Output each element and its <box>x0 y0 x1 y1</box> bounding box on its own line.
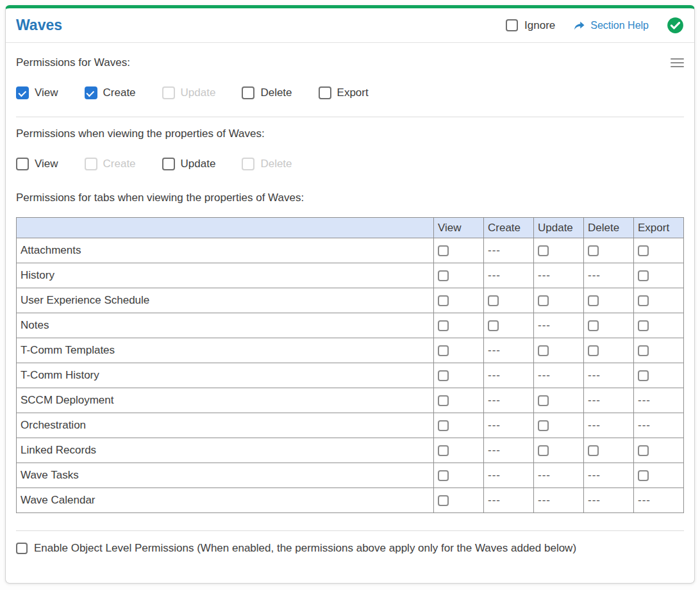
checkbox-label: Create <box>103 86 136 99</box>
permission-cell-export <box>634 463 684 488</box>
checkbox-icon[interactable] <box>538 420 549 431</box>
permission-cell-create: --- <box>484 263 534 288</box>
checkbox-icon[interactable] <box>438 395 449 406</box>
checkbox-icon[interactable] <box>438 420 449 431</box>
tab-permissions-table: ViewCreateUpdateDeleteExport Attachments… <box>16 217 684 513</box>
permission-checkbox-view[interactable]: View <box>16 86 58 99</box>
checkbox-icon[interactable] <box>242 86 254 99</box>
not-applicable-dash: --- <box>538 469 551 481</box>
checkbox-icon[interactable] <box>638 245 649 256</box>
permission-cell-update: --- <box>534 363 584 388</box>
permission-cell-export <box>634 438 684 463</box>
table-row: Linked Records--- <box>17 438 684 463</box>
permission-cell-update: --- <box>534 488 584 513</box>
permission-cell-create: --- <box>484 438 534 463</box>
checkbox-icon[interactable] <box>588 245 599 256</box>
permission-cell-view <box>434 363 484 388</box>
checked-checkbox-icon[interactable] <box>16 86 29 99</box>
checkbox-icon[interactable] <box>588 320 599 331</box>
not-applicable-dash: --- <box>588 369 601 381</box>
checkbox-icon[interactable] <box>588 295 599 306</box>
permission-cell-export <box>634 238 684 263</box>
checkbox-icon[interactable] <box>438 370 449 381</box>
checkbox-icon[interactable] <box>538 345 549 356</box>
column-header-delete: Delete <box>584 218 634 238</box>
checkbox-icon[interactable] <box>638 470 649 481</box>
checkbox-icon[interactable] <box>438 345 449 356</box>
checkbox-icon[interactable] <box>488 295 499 306</box>
not-applicable-dash: --- <box>588 394 601 406</box>
permission-checkbox-create: Create <box>85 158 136 170</box>
section-label: Permissions when viewing the properties … <box>16 127 265 140</box>
permission-cell-update: --- <box>534 263 584 288</box>
permission-checkbox-view[interactable]: View <box>16 158 58 170</box>
tab-name-cell: User Experience Schedule <box>17 288 434 313</box>
checkbox-icon[interactable] <box>16 158 29 170</box>
checkbox-icon[interactable] <box>538 295 549 306</box>
permission-checkbox-delete[interactable]: Delete <box>242 86 292 99</box>
checkbox-icon[interactable] <box>638 445 649 456</box>
permission-cell-view <box>434 238 484 263</box>
divider <box>6 42 694 43</box>
checkbox-icon[interactable] <box>438 445 449 456</box>
not-applicable-dash: --- <box>538 369 551 381</box>
checkbox-icon[interactable] <box>638 370 649 381</box>
permission-cell-delete <box>584 288 634 313</box>
checkbox-icon[interactable] <box>488 320 499 331</box>
table-row: History--------- <box>17 263 684 288</box>
permission-cell-delete <box>584 238 634 263</box>
checkbox-icon[interactable] <box>638 320 649 331</box>
page-title: Waves <box>16 17 62 34</box>
checkbox-icon[interactable] <box>538 245 549 256</box>
permission-checkbox-update[interactable]: Update <box>162 158 216 170</box>
section-help-link[interactable]: Section Help <box>573 19 649 32</box>
checked-checkbox-icon[interactable] <box>85 86 97 99</box>
checkbox-label: View <box>35 86 58 99</box>
table-row: Orchestration--------- <box>17 413 684 438</box>
checkbox-icon[interactable] <box>438 320 449 331</box>
tab-name-cell: History <box>17 263 434 288</box>
permission-cell-create <box>484 313 534 338</box>
permission-cell-create: --- <box>484 413 534 438</box>
tab-name-cell: Orchestration <box>17 413 434 438</box>
permission-cell-export: --- <box>634 388 684 413</box>
permission-cell-delete: --- <box>584 488 634 513</box>
permission-checkbox-create[interactable]: Create <box>85 86 136 99</box>
checkbox-icon[interactable] <box>506 19 518 31</box>
permission-checkbox-export[interactable]: Export <box>319 86 369 99</box>
section-header: Waves Ignore Section Help <box>16 8 684 42</box>
checkbox-icon[interactable] <box>588 345 599 356</box>
checkbox-icon[interactable] <box>16 543 28 554</box>
checkbox-icon <box>162 86 175 99</box>
checkbox-icon[interactable] <box>638 345 649 356</box>
checkbox-icon[interactable] <box>538 445 549 456</box>
permission-cell-view <box>434 463 484 488</box>
menu-icon[interactable] <box>671 57 684 69</box>
permission-cell-create: --- <box>484 363 534 388</box>
not-applicable-dash: --- <box>488 244 501 256</box>
table-row: SCCM Deployment--------- <box>17 388 684 413</box>
tab-name-cell: Wave Calendar <box>17 488 434 513</box>
checkbox-icon[interactable] <box>438 270 449 281</box>
tab-name-cell: Attachments <box>17 238 434 263</box>
permission-cell-delete <box>584 438 634 463</box>
section-label: Permissions for tabs when viewing the pr… <box>16 192 304 204</box>
checkbox-icon[interactable] <box>638 295 649 306</box>
checkbox-icon[interactable] <box>438 470 449 481</box>
ignore-checkbox[interactable]: Ignore <box>506 19 555 32</box>
checkbox-icon[interactable] <box>438 245 449 256</box>
checkbox-icon[interactable] <box>438 295 449 306</box>
checkbox-icon[interactable] <box>588 445 599 456</box>
permission-cell-view <box>434 438 484 463</box>
table-row: Notes--- <box>17 313 684 338</box>
checkbox-icon[interactable] <box>319 86 331 99</box>
checkbox-icon[interactable] <box>638 270 649 281</box>
checkbox-icon[interactable] <box>438 495 449 506</box>
not-applicable-dash: --- <box>488 344 501 356</box>
checkbox-label: Export <box>337 86 369 99</box>
checkbox-icon[interactable] <box>538 395 549 406</box>
checkbox-icon[interactable] <box>162 158 175 170</box>
enable-object-level-permissions-checkbox[interactable]: Enable Object Level Permissions (When en… <box>16 542 684 555</box>
column-header-export: Export <box>634 218 684 238</box>
permission-cell-update <box>534 338 584 363</box>
